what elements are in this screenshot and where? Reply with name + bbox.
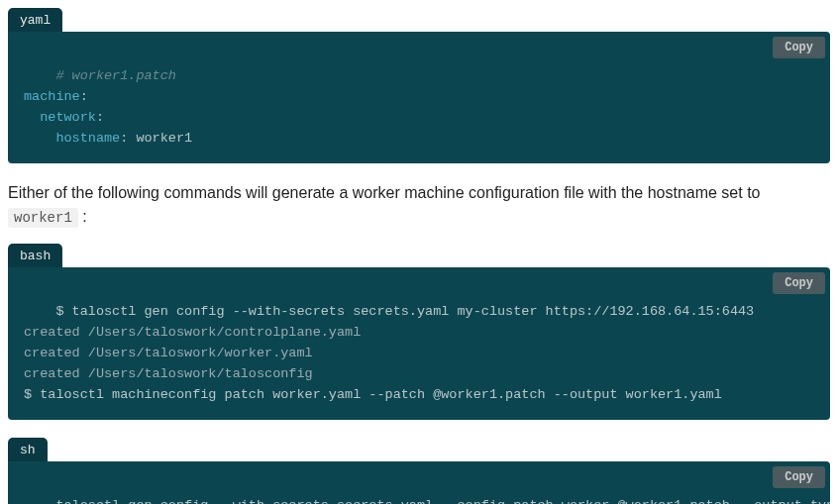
copy-button[interactable]: Copy — [773, 272, 825, 294]
lang-tab: bash — [8, 244, 62, 267]
prompt: $ — [55, 304, 71, 319]
prose-paragraph: Either of the following commands will ge… — [8, 181, 830, 231]
inline-code: worker1 — [8, 208, 78, 228]
code-body: Copy# worker1.patch machine: network: ho… — [8, 32, 830, 163]
yaml-key: hostname — [55, 131, 120, 146]
yaml-key: network — [40, 110, 96, 125]
lang-tab: sh — [8, 438, 48, 461]
code-body: Copytalosctl gen config --with-secrets s… — [8, 461, 830, 504]
output-line: created /Users/taloswork/talosconfig — [24, 366, 313, 381]
code-line: # worker1.patch — [55, 68, 176, 83]
prompt: $ — [24, 387, 40, 402]
yaml-value: worker1 — [136, 131, 192, 146]
output-line: created /Users/taloswork/worker.yaml — [24, 346, 313, 360]
copy-button[interactable]: Copy — [773, 466, 825, 488]
output-line: created /Users/taloswork/controlplane.ya… — [24, 325, 361, 340]
code-block-bash: bash Copy$ talosctl gen config --with-se… — [8, 244, 830, 420]
code-block-sh: sh Copytalosctl gen config --with-secret… — [8, 438, 830, 504]
yaml-key: machine — [24, 89, 80, 104]
code-body: Copy$ talosctl gen config --with-secrets… — [8, 267, 830, 420]
lang-tab: yaml — [8, 8, 62, 32]
cmd: talosctl gen config --with-secrets secre… — [72, 304, 755, 319]
code-block-yaml: yaml Copy# worker1.patch machine: networ… — [8, 8, 830, 163]
cmd: talosctl machineconfig patch worker.yaml… — [40, 387, 722, 402]
cmd: talosctl gen config --with-secrets secre… — [55, 498, 830, 504]
copy-button[interactable]: Copy — [773, 37, 825, 58]
